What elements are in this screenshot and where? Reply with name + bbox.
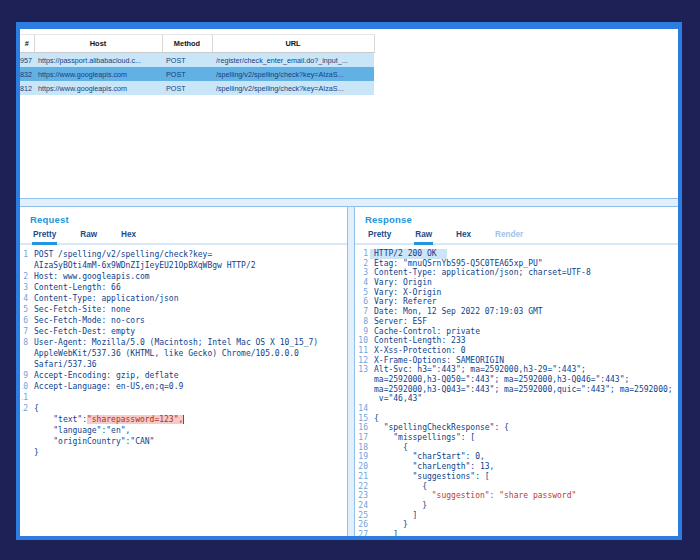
code-line: 1POST /spelling/v2/spelling/check?key= [22,249,345,260]
line-number [357,394,370,404]
column-header-host[interactable]: Host [34,35,162,53]
history-row[interactable]: 832https://www.googleapis.comPOST/spelli… [20,67,374,81]
code-line: 10Accept-Language: en-US,en;q=0.9 [22,381,345,392]
line-number: 25 [357,511,370,521]
code-line: 1HTTP/2 200 OK [357,249,676,259]
code-text: Safari/537.36 [30,359,97,370]
code-text: Vary: Referer [370,297,437,307]
code-line: 15{ [357,414,676,424]
history-row-url: /spelling/v2/spelling/check?key=AIzaS... [212,67,374,81]
code-text: Content-Type: application/json [30,293,179,304]
code-text: Date: Mon, 12 Sep 2022 07:19:03 GMT [370,307,543,317]
code-line: 12X-Frame-Options: SAMEORIGIN [357,356,676,366]
code-line: 18 { [357,443,676,453]
line-number: 22 [357,482,370,492]
code-text: "spellingCheckResponse": { [370,423,509,433]
code-text [370,404,374,414]
code-text: "language":"en", [30,425,130,436]
code-line: 27 ] [357,530,676,536]
code-text: AppleWebKit/537.36 (KHTML, like Gecko) C… [30,348,299,359]
tab-raw[interactable]: Raw [414,228,433,245]
code-text: } [370,520,408,530]
code-line: 8Server: ESF [357,317,676,327]
code-line: 26 } [357,520,676,530]
code-text: Content-Type: application/json; charset=… [370,268,591,278]
code-line: 7Date: Mon, 12 Sep 2022 07:19:03 GMT [357,307,676,317]
line-number [22,425,30,436]
code-text: { [370,414,379,424]
response-editor[interactable]: 1HTTP/2 200 OK2Etag: "mnuQSrnYbS95-Q5C0T… [355,245,678,536]
code-line: 10Content-Length: 233 [357,336,676,346]
code-line: AppleWebKit/537.36 (KHTML, like Gecko) C… [22,348,345,359]
line-number: 15 [357,414,370,424]
vertical-splitter[interactable] [347,207,355,536]
code-text: "suggestion": "share password" [370,491,576,501]
code-text [30,392,34,403]
line-number: 18 [357,443,370,453]
request-editor[interactable]: 1POST /spelling/v2/spelling/check?key=AI… [20,245,347,536]
line-number: 26 [357,520,370,530]
tab-render[interactable]: Render [494,228,524,243]
line-number: 1 [357,249,370,259]
code-line: AIzaSyBOti4mM-6x9WDnZIjIeyEU21OpBXqWBgw … [22,260,345,271]
line-number: 7 [357,307,370,317]
code-text: Accept-Language: en-US,en;q=0.9 [30,381,183,392]
code-line: 11X-Xss-Protection: 0 [357,346,676,356]
code-text: HTTP/2 200 OK [370,249,447,259]
code-line: 9Accept-Encoding: gzip, deflate [22,370,345,381]
code-text: User-Agent: Mozilla/5.0 (Macintosh; Inte… [30,337,318,348]
code-line: 7Sec-Fetch-Dest: empty [22,326,345,337]
proxy-tool-window: # Host Method URL 957https://passport.al… [16,22,682,540]
tab-pretty[interactable]: Pretty [367,228,392,243]
column-header-number[interactable]: # [20,35,34,53]
code-text: POST /spelling/v2/spelling/check?key= [30,249,212,260]
column-header-url[interactable]: URL [212,35,374,53]
history-row[interactable]: 812https://www.googleapis.comPOST/spelli… [20,81,374,95]
response-tabbar: PrettyRawHexRender [355,228,678,245]
code-line: Safari/537.36 [22,359,345,370]
code-line: "language":"en", [22,425,345,436]
horizontal-splitter[interactable] [20,198,678,207]
line-number: 21 [357,472,370,482]
tab-pretty[interactable]: Pretty [32,228,57,245]
code-line: 6Sec-Fetch-Mode: no-cors [22,315,345,326]
code-line: 9Cache-Control: private [357,327,676,337]
tab-raw[interactable]: Raw [79,228,98,243]
tab-hex[interactable]: Hex [120,228,137,243]
code-line: 11 [22,392,345,403]
history-row-number: 812 [20,81,34,95]
history-row-host: https://passport.alibabacloud.c... [34,53,162,68]
code-text: { [370,482,427,492]
code-line: 5Sec-Fetch-Site: none [22,304,345,315]
code-text: Sec-Fetch-Mode: no-cors [30,315,145,326]
tab-hex[interactable]: Hex [455,228,472,243]
code-line: 8User-Agent: Mozilla/5.0 (Macintosh; Int… [22,337,345,348]
history-header-row: # Host Method URL [20,35,374,53]
line-number: 2 [22,271,30,282]
code-text: Sec-Fetch-Dest: empty [30,326,135,337]
code-line: "originCountry":"CAN" [22,436,345,447]
line-number: 6 [357,297,370,307]
code-text: Vary: X-Origin [370,288,441,298]
line-number: 19 [357,452,370,462]
column-header-method[interactable]: Method [162,35,212,53]
request-panel-title: Request [30,214,347,225]
history-row-host: https://www.googleapis.com [34,81,162,95]
line-number: 4 [357,278,370,288]
line-number: 24 [357,501,370,511]
line-number: 3 [357,268,370,278]
code-text: Content-Length: 233 [370,336,466,346]
highlighted-password-text: "sharepassword=123", [87,415,183,424]
code-line: 16 "spellingCheckResponse": { [357,423,676,433]
code-text: "originCountry":"CAN" [30,436,154,447]
code-text: { [370,443,408,453]
code-line: 2Host: www.googleapis.com [22,271,345,282]
code-line: 6Vary: Referer [357,297,676,307]
line-number: 11 [22,392,30,403]
code-text: } [30,447,39,458]
code-text: X-Frame-Options: SAMEORIGIN [370,356,504,366]
code-text: ] [370,530,398,536]
code-line: 4Vary: Origin [357,278,676,288]
code-line: 5Vary: X-Origin [357,288,676,298]
history-row[interactable]: 957https://passport.alibabacloud.c...POS… [20,53,374,68]
